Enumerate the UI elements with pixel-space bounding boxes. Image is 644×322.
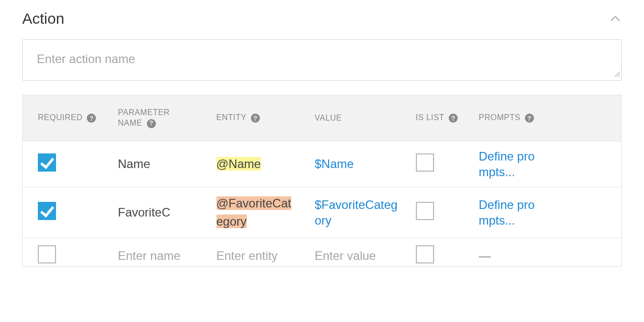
value-cell[interactable]: $FavoriteCategory xyxy=(315,197,402,228)
help-icon[interactable]: ? xyxy=(449,114,458,123)
header-is-list: IS LIST ? xyxy=(409,95,472,141)
prompts-placeholder: — xyxy=(479,249,491,262)
entity-cell[interactable]: @Name xyxy=(217,155,297,173)
header-parameter-name: PARAMETER NAME ? xyxy=(111,95,209,141)
help-icon[interactable]: ? xyxy=(251,114,260,123)
header-entity: ENTITY ? xyxy=(209,95,308,141)
entity-tag: @Name xyxy=(217,157,261,171)
entity-cell[interactable]: @FavoriteCategory xyxy=(217,194,297,231)
parameter-name-cell[interactable]: FavoriteC xyxy=(118,205,202,220)
help-icon[interactable]: ? xyxy=(147,119,156,128)
table-row: Name @Name $Name Define prompts... xyxy=(23,141,622,187)
table-header-row: REQUIRED ? PARAMETER NAME ? ENTITY ? VAL… xyxy=(23,95,622,141)
help-icon[interactable]: ? xyxy=(525,114,534,123)
entity-input[interactable]: Enter entity xyxy=(217,248,297,263)
action-name-field-wrap xyxy=(22,39,622,81)
header-value: VALUE xyxy=(308,95,409,141)
value-input[interactable]: Enter value xyxy=(315,248,402,263)
collapse-chevron-up-icon[interactable] xyxy=(609,12,622,25)
is-list-checkbox[interactable] xyxy=(416,153,434,172)
header-required: REQUIRED ? xyxy=(23,95,111,141)
resize-handle-icon[interactable] xyxy=(614,70,620,79)
parameter-name-input[interactable]: Enter name xyxy=(118,249,202,263)
help-icon[interactable]: ? xyxy=(87,114,96,123)
section-header: Action xyxy=(22,10,622,27)
action-section: Action REQUIRED ? PARAMETER NAME ? xyxy=(0,0,644,267)
table-row-new: Enter name Enter entity Enter value — xyxy=(23,238,622,266)
parameter-name-cell[interactable]: Name xyxy=(118,157,202,171)
action-name-input[interactable] xyxy=(23,40,621,78)
required-checkbox[interactable] xyxy=(38,245,56,263)
table-row: FavoriteC @FavoriteCategory $FavoriteCat… xyxy=(23,187,622,238)
define-prompts-link[interactable]: Define prompts... xyxy=(479,197,545,228)
is-list-checkbox[interactable] xyxy=(416,202,434,220)
is-list-checkbox[interactable] xyxy=(416,245,434,263)
required-checkbox[interactable] xyxy=(38,153,56,172)
required-checkbox[interactable] xyxy=(38,202,56,220)
header-prompts: PROMPTS ? xyxy=(472,95,622,141)
define-prompts-link[interactable]: Define prompts... xyxy=(479,148,545,180)
value-cell[interactable]: $Name xyxy=(315,156,402,172)
section-title: Action xyxy=(22,10,64,27)
entity-tag: @FavoriteCategory xyxy=(217,196,291,228)
parameters-table: REQUIRED ? PARAMETER NAME ? ENTITY ? VAL… xyxy=(22,95,622,267)
